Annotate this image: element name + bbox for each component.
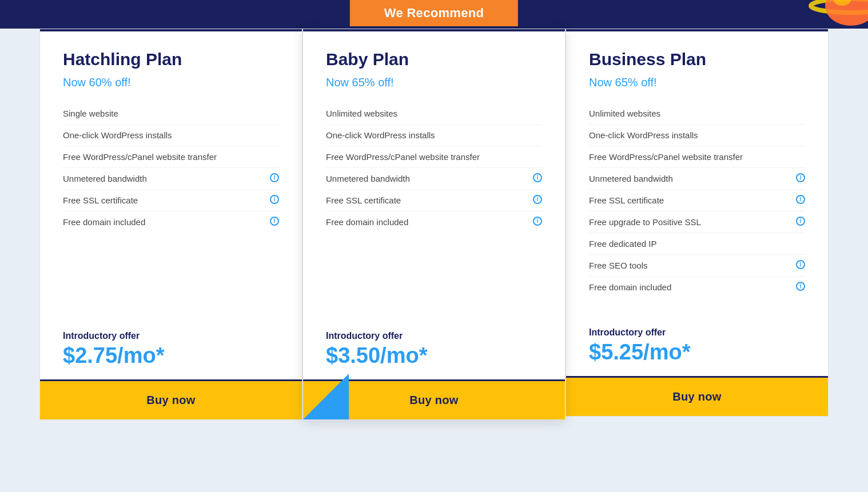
feature-text: Free SSL certificate bbox=[326, 194, 529, 206]
feature-text: Single website bbox=[63, 107, 279, 119]
baby-price: $3.50/mo* bbox=[326, 343, 542, 368]
hatchling-buy-button[interactable]: Buy now bbox=[40, 379, 302, 419]
info-icon[interactable]: i bbox=[796, 282, 805, 291]
baby-footer: Introductory offer $3.50/mo* bbox=[326, 319, 542, 368]
hatchling-plan-name: Hatchling Plan bbox=[63, 50, 279, 69]
feature-text: Free domain included bbox=[589, 281, 793, 293]
hatchling-discount: Now 60% off! bbox=[63, 76, 279, 89]
feature-text: Free SSL certificate bbox=[63, 194, 266, 206]
spacer bbox=[326, 251, 542, 319]
feature-text: Free SSL certificate bbox=[589, 194, 793, 206]
list-item: Free domain included i bbox=[63, 211, 279, 233]
info-icon[interactable]: i bbox=[270, 173, 279, 182]
info-icon[interactable]: i bbox=[270, 195, 279, 204]
feature-text: Free upgrade to Positive SSL bbox=[589, 216, 793, 228]
blue-triangle-decoration bbox=[303, 374, 349, 419]
list-item: Free WordPress/cPanel website transfer bbox=[63, 146, 279, 168]
feature-text: Free WordPress/cPanel website transfer bbox=[326, 151, 542, 163]
baby-discount: Now 65% off! bbox=[326, 76, 542, 89]
business-footer: Introductory offer $5.25/mo* bbox=[589, 316, 805, 365]
list-item: One-click WordPress installs bbox=[589, 125, 805, 146]
baby-card: Baby Plan Now 65% off! Unlimited website… bbox=[302, 29, 566, 420]
baby-features-list: Unlimited websites One-click WordPress i… bbox=[326, 103, 542, 233]
info-icon[interactable]: i bbox=[796, 217, 805, 226]
planet-decoration bbox=[754, 0, 868, 46]
feature-text: One-click WordPress installs bbox=[589, 129, 805, 141]
business-intro-label: Introductory offer bbox=[589, 327, 805, 338]
business-card: Business Plan Now 65% off! Unlimited web… bbox=[566, 29, 829, 417]
feature-text: Free SEO tools bbox=[589, 259, 793, 271]
list-item: Unmetered bandwidth i bbox=[63, 168, 279, 190]
card-top-border bbox=[40, 29, 302, 31]
baby-plan-name: Baby Plan bbox=[326, 50, 542, 69]
page-wrapper: We Recommend Hatchling Plan Now 60% off!… bbox=[0, 0, 868, 492]
feature-text: Unlimited websites bbox=[326, 107, 542, 119]
info-icon[interactable]: i bbox=[796, 195, 805, 204]
baby-intro-label: Introductory offer bbox=[326, 331, 542, 341]
spacer bbox=[63, 251, 279, 319]
info-icon[interactable]: i bbox=[533, 217, 542, 226]
hatchling-footer: Introductory offer $2.75/mo* bbox=[63, 319, 279, 368]
list-item: Free WordPress/cPanel website transfer bbox=[589, 146, 805, 168]
business-buy-button[interactable]: Buy now bbox=[566, 376, 828, 416]
info-icon[interactable]: i bbox=[270, 217, 279, 226]
card-top-border bbox=[303, 29, 565, 31]
hatchling-card: Hatchling Plan Now 60% off! Single websi… bbox=[39, 29, 302, 420]
business-plan-name: Business Plan bbox=[589, 50, 805, 69]
info-icon[interactable]: i bbox=[533, 195, 542, 204]
feature-text: One-click WordPress installs bbox=[326, 129, 542, 141]
list-item: One-click WordPress installs bbox=[326, 125, 542, 146]
feature-text: Unmetered bandwidth bbox=[326, 173, 529, 185]
business-price: $5.25/mo* bbox=[589, 340, 805, 365]
hatchling-features-list: Single website One-click WordPress insta… bbox=[63, 103, 279, 233]
feature-text: Free dedicated IP bbox=[589, 238, 805, 250]
list-item: One-click WordPress installs bbox=[63, 125, 279, 146]
feature-text: Free domain included bbox=[326, 216, 529, 228]
feature-text: Unlimited websites bbox=[589, 107, 805, 119]
feature-text: Unmetered bandwidth bbox=[63, 173, 266, 185]
list-item: Unmetered bandwidth i bbox=[326, 168, 542, 190]
list-item: Free domain included i bbox=[589, 277, 805, 298]
list-item: Free dedicated IP bbox=[589, 233, 805, 255]
list-item: Free domain included i bbox=[326, 211, 542, 233]
list-item: Free SSL certificate i bbox=[326, 190, 542, 211]
feature-text: Free WordPress/cPanel website transfer bbox=[63, 151, 279, 163]
feature-text: One-click WordPress installs bbox=[63, 129, 279, 141]
hatchling-price: $2.75/mo* bbox=[63, 343, 279, 368]
info-icon[interactable]: i bbox=[533, 173, 542, 182]
list-item: Single website bbox=[63, 103, 279, 125]
cards-container: Hatchling Plan Now 60% off! Single websi… bbox=[0, 29, 868, 420]
info-icon[interactable]: i bbox=[796, 173, 805, 182]
business-features-list: Unlimited websites One-click WordPress i… bbox=[589, 103, 805, 298]
list-item: Unlimited websites bbox=[326, 103, 542, 125]
list-item: Free SSL certificate i bbox=[63, 190, 279, 211]
business-discount: Now 65% off! bbox=[589, 76, 805, 89]
info-icon[interactable]: i bbox=[796, 260, 805, 269]
feature-text: Free domain included bbox=[63, 216, 266, 228]
feature-text: Unmetered bandwidth bbox=[589, 173, 793, 185]
hatchling-intro-label: Introductory offer bbox=[63, 331, 279, 341]
banner-label: We Recommend bbox=[384, 6, 484, 20]
list-item: Free SSL certificate i bbox=[589, 190, 805, 211]
list-item: Unmetered bandwidth i bbox=[589, 168, 805, 190]
list-item: Unlimited websites bbox=[589, 103, 805, 125]
list-item: Free SEO tools i bbox=[589, 255, 805, 277]
list-item: Free WordPress/cPanel website transfer bbox=[326, 146, 542, 168]
list-item: Free upgrade to Positive SSL i bbox=[589, 211, 805, 233]
feature-text: Free WordPress/cPanel website transfer bbox=[589, 151, 805, 163]
we-recommend-banner: We Recommend bbox=[350, 0, 518, 26]
